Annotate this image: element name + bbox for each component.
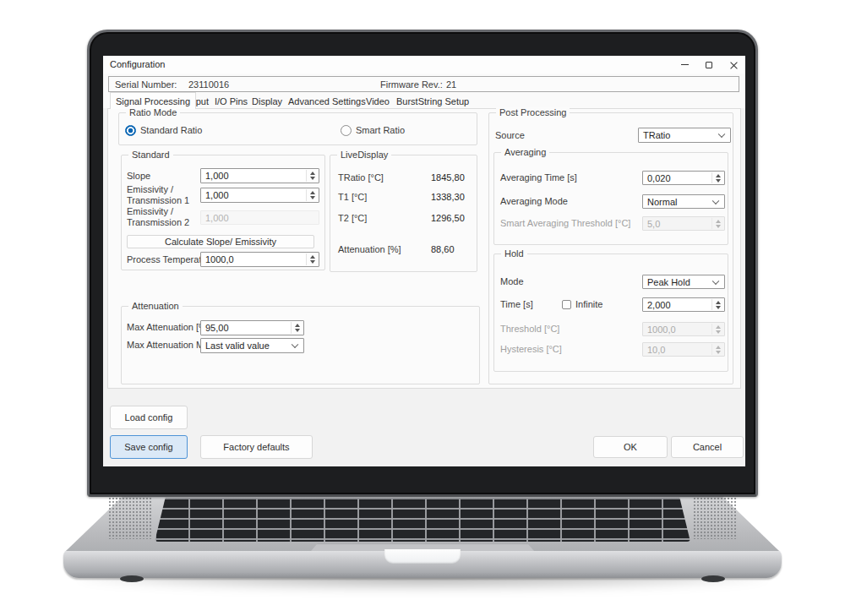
t1-label: T1 [°C] <box>338 192 367 203</box>
source-select[interactable]: TRatio <box>638 128 731 143</box>
hysteresis-input-disabled: 10,0 <box>642 342 725 357</box>
t1-value: 1338,30 <box>431 192 465 202</box>
attenuation-legend: Attenuation <box>128 301 183 311</box>
close-icon <box>730 61 738 68</box>
emissivity2-input-disabled: 1,000 <box>200 210 319 225</box>
emissivity1-label: Emissivity / Transmission 1 <box>127 184 189 206</box>
attenuation-live-label: Attenuation [%] <box>338 244 401 255</box>
hold-threshold-spinner <box>711 324 723 335</box>
calculate-slope-emissivity-button[interactable]: Calculate Slope/ Emissivity <box>127 235 314 248</box>
tratio-value: 1845,80 <box>431 172 465 183</box>
emissivity1-spinner[interactable] <box>306 189 318 201</box>
firmware-rev-value: 21 <box>446 79 456 90</box>
smart-averaging-threshold-spinner <box>711 218 723 229</box>
hold-time-value: 2,000 <box>647 300 671 310</box>
averaging-time-spinner[interactable] <box>711 172 723 183</box>
spin-up-icon <box>716 220 721 223</box>
hold-time-input[interactable]: 2,000 <box>642 297 725 312</box>
max-attenuation-spinner[interactable] <box>291 322 303 334</box>
averaging-mode-value: Normal <box>647 197 677 207</box>
slope-input[interactable]: 1,000 <box>200 168 319 183</box>
chevron-down-icon <box>712 277 719 284</box>
close-button[interactable] <box>724 58 743 71</box>
spin-down-icon <box>716 351 721 354</box>
process-temperature-input[interactable]: 1000,0 <box>200 252 319 267</box>
maximize-button[interactable] <box>700 58 718 71</box>
averaging-legend: Averaging <box>501 147 549 157</box>
spin-down-icon <box>716 225 721 228</box>
spin-up-icon <box>295 324 300 327</box>
spin-down-icon <box>716 306 721 309</box>
spin-up-icon <box>716 301 721 304</box>
averaging-mode-select[interactable]: Normal <box>642 194 725 209</box>
tratio-label: TRatio [°C] <box>338 172 384 183</box>
source-label: Source <box>495 130 525 141</box>
spin-down-icon <box>310 196 315 199</box>
max-attenuation-mode-select[interactable]: Last valid value <box>200 338 304 353</box>
minimize-button[interactable] <box>675 58 694 71</box>
cancel-button[interactable]: Cancel <box>671 436 744 458</box>
save-config-button[interactable]: Save config <box>110 435 188 459</box>
window-titlebar: Configuration <box>103 56 745 74</box>
hold-mode-value: Peak Hold <box>647 277 690 287</box>
window-title: Configuration <box>110 59 165 69</box>
chevron-down-icon <box>292 341 298 348</box>
firmware-rev-label: Firmware Rev.: <box>380 79 443 90</box>
slope-spinner[interactable] <box>306 170 318 182</box>
spin-up-icon <box>716 174 721 177</box>
ok-button[interactable]: OK <box>593 436 668 458</box>
load-config-button[interactable]: Load config <box>110 406 188 429</box>
emissivity1-input[interactable]: 1,000 <box>200 188 319 203</box>
hold-threshold-label: Threshold [°C] <box>500 324 559 335</box>
maximize-icon <box>706 62 712 68</box>
laptop-lid-notch <box>384 549 461 564</box>
standard-ratio-label[interactable]: Standard Ratio <box>140 125 202 136</box>
source-value: TRatio <box>643 130 670 140</box>
hysteresis-value: 10,0 <box>647 345 665 355</box>
t2-value: 1296,50 <box>431 213 465 223</box>
spin-up-icon <box>716 325 721 329</box>
max-attenuation-input[interactable]: 95,00 <box>200 320 304 335</box>
spin-down-icon <box>310 177 315 180</box>
max-attenuation-value: 95,00 <box>205 323 229 333</box>
chevron-down-icon <box>712 197 719 204</box>
tab-burststring-setup[interactable]: BurstString Setup <box>391 94 474 108</box>
spin-down-icon <box>295 329 300 332</box>
attenuation-live-value: 88,60 <box>431 244 455 254</box>
standard-ratio-radio[interactable] <box>125 125 136 136</box>
infinite-label[interactable]: Infinite <box>575 299 602 310</box>
laptop-keyboard <box>155 498 690 542</box>
hold-time-label: Time [s] <box>500 299 533 310</box>
spin-down-icon <box>310 260 315 264</box>
smart-ratio-label[interactable]: Smart Ratio <box>356 125 405 136</box>
hold-time-spinner[interactable] <box>711 299 723 310</box>
speaker-grille-right <box>693 497 737 539</box>
spin-up-icon <box>310 172 315 175</box>
process-temperature-value: 1000,0 <box>205 254 234 264</box>
smart-ratio-radio[interactable] <box>341 125 352 136</box>
smart-averaging-threshold-label: Smart Averaging Threshold [°C] <box>500 218 630 229</box>
emissivity2-label: Emissivity / Transmission 2 <box>127 206 189 228</box>
smart-averaging-threshold-value: 5,0 <box>647 219 660 229</box>
tab-signal-processing[interactable]: Signal Processing <box>110 92 196 109</box>
hold-mode-select[interactable]: Peak Hold <box>642 275 725 289</box>
laptop-foot-right <box>701 575 725 582</box>
post-processing-legend: Post Processing <box>496 107 570 117</box>
spin-up-icon <box>310 255 315 259</box>
spin-up-icon <box>716 346 721 349</box>
serial-number-label: Serial Number: <box>115 79 177 90</box>
emissivity2-value: 1,000 <box>205 213 229 223</box>
laptop-screen: Configuration Serial Number: 23110016 Fi… <box>103 56 745 466</box>
infinite-checkbox[interactable] <box>562 300 571 309</box>
tab-display[interactable]: Display <box>247 94 287 108</box>
process-temperature-spinner[interactable] <box>306 253 318 265</box>
spin-down-icon <box>716 330 721 334</box>
emissivity1-value: 1,000 <box>205 190 229 200</box>
tab-advanced-settings[interactable]: Advanced Settings <box>283 94 371 108</box>
factory-defaults-button[interactable]: Factory defaults <box>200 435 313 459</box>
live-display-legend: LiveDisplay <box>337 150 391 160</box>
tab-video[interactable]: Video <box>361 94 395 108</box>
averaging-time-label: Averaging Time [s] <box>500 172 577 183</box>
hold-threshold-input-disabled: 1000,0 <box>642 322 725 336</box>
averaging-time-input[interactable]: 0,020 <box>642 171 725 185</box>
